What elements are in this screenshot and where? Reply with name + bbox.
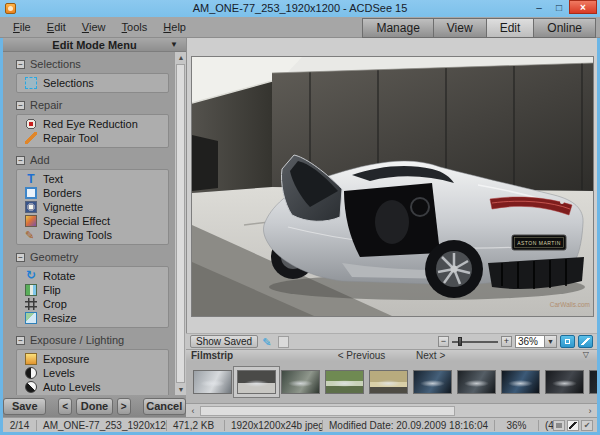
flip-icon (25, 284, 37, 296)
filmstrip-header: Filmstrip < Previous Next > ▽ (186, 349, 597, 361)
sidebar-item-exposure[interactable]: Exposure (17, 352, 168, 366)
filmstrip-thumbnail[interactable] (281, 370, 320, 394)
section-title: Add (30, 154, 50, 166)
filmstrip-thumbnail[interactable] (193, 370, 232, 394)
status-dimensions: 1920x1200x24b jpeg (225, 420, 323, 431)
zoom-controls: − + 36% ▼ (438, 335, 593, 348)
edit-pencil-icon[interactable]: ✎ (262, 336, 274, 348)
sidebar-item-label: Selections (43, 77, 94, 89)
zoom-out-button[interactable]: − (438, 336, 449, 347)
sidebar-scrollbar[interactable]: ▲ ▼ (174, 52, 186, 395)
sidebar-item-label: Flip (43, 284, 61, 296)
edit-sidebar: Edit Mode Menu ▼ Selections Selections R… (3, 38, 186, 417)
done-button[interactable]: Done (76, 398, 113, 415)
edit-mode-menu-header[interactable]: Edit Mode Menu ▼ (3, 38, 186, 52)
check-icon[interactable]: ✔ (581, 420, 593, 431)
sidebar-item-selections[interactable]: Selections (17, 76, 168, 90)
tab-online[interactable]: Online (533, 18, 596, 38)
tab-manage[interactable]: Manage (362, 18, 433, 38)
collapse-panel-icon[interactable]: ▼ (170, 40, 178, 49)
next-link[interactable]: Next > (416, 350, 445, 361)
collapse-minus-icon[interactable] (16, 101, 25, 110)
crop-icon (25, 298, 37, 310)
filmstrip-thumbnail[interactable] (457, 370, 496, 394)
sidebar-item-drawing-tools[interactable]: Drawing Tools (17, 228, 168, 242)
sidebar-item-crop[interactable]: Crop (17, 297, 168, 311)
zoom-slider-handle[interactable] (458, 337, 462, 346)
zoom-in-button[interactable]: + (501, 336, 512, 347)
pencil-icon[interactable] (567, 420, 579, 431)
filmstrip-thumbnail-selected[interactable] (237, 370, 276, 394)
sidebar-item-repair-tool[interactable]: Repair Tool (17, 131, 168, 145)
zoom-slider[interactable] (452, 336, 498, 347)
section-title: Exposure / Lighting (30, 334, 124, 346)
sidebar-item-text[interactable]: Text (17, 172, 168, 186)
filmstrip-thumbnail[interactable] (589, 370, 597, 394)
sidebar-item-label: Auto Levels (43, 381, 100, 393)
photo-svg: ASTON MARTIN CarWalls.com (192, 57, 593, 316)
section-header-geometry[interactable]: Geometry (16, 251, 170, 263)
filmstrip-dropdown-icon[interactable]: ▽ (583, 350, 589, 359)
filmstrip-scrollbar-thumb[interactable] (200, 406, 455, 416)
swatch-icon[interactable] (553, 420, 565, 431)
title-bar[interactable]: AM_ONE-77_253_1920x1200 - ACDSee 15 – □ … (0, 0, 600, 17)
collapse-minus-icon[interactable] (16, 336, 25, 345)
filmstrip-thumbnail[interactable] (545, 370, 584, 394)
tab-edit[interactable]: Edit (486, 18, 535, 38)
close-button[interactable]: × (569, 0, 597, 14)
save-button[interactable]: Save (3, 398, 46, 415)
show-saved-button[interactable]: Show Saved (190, 335, 258, 348)
actual-size-button[interactable] (578, 335, 593, 348)
sidebar-scrollbar-thumb[interactable] (176, 64, 185, 383)
filmstrip-thumbnail[interactable] (325, 370, 364, 394)
sidebar-item-vignette[interactable]: Vignette (17, 200, 168, 214)
section-header-exposure-lighting[interactable]: Exposure / Lighting (16, 334, 170, 346)
levels-icon (25, 367, 37, 379)
sidebar-item-auto-levels[interactable]: Auto Levels (17, 380, 168, 394)
tab-view[interactable]: View (433, 18, 487, 38)
sidebar-item-flip[interactable]: Flip (17, 283, 168, 297)
sidebar-item-rotate[interactable]: Rotate (17, 269, 168, 283)
filmstrip-thumbnail[interactable] (413, 370, 452, 394)
scroll-left-icon[interactable]: ‹ (187, 405, 199, 417)
filmstrip-thumbnail[interactable] (369, 370, 408, 394)
cancel-button[interactable]: Cancel (143, 398, 186, 415)
previous-image-button[interactable]: < (58, 398, 72, 415)
menu-tools[interactable]: Tools (117, 20, 153, 34)
zoom-dropdown-icon[interactable]: ▼ (545, 335, 557, 348)
collapse-minus-icon[interactable] (16, 156, 25, 165)
sidebar-item-levels[interactable]: Levels (17, 366, 168, 380)
filmstrip-scrollbar[interactable]: ‹ › (186, 403, 597, 417)
zoom-level-value[interactable]: 36% (515, 335, 545, 348)
scroll-right-icon[interactable]: › (584, 405, 596, 417)
maximize-button[interactable]: □ (549, 0, 569, 14)
collapse-minus-icon[interactable] (16, 60, 25, 69)
sidebar-item-resize[interactable]: Resize (17, 311, 168, 325)
next-image-button[interactable]: > (117, 398, 131, 415)
menu-file[interactable]: File (8, 20, 36, 34)
scroll-up-icon[interactable]: ▲ (175, 52, 186, 63)
section-header-selections[interactable]: Selections (16, 58, 170, 70)
filmstrip-thumbnail[interactable] (501, 370, 540, 394)
scroll-down-icon[interactable]: ▼ (175, 384, 186, 395)
collapse-minus-icon[interactable] (16, 253, 25, 262)
page-preview-icon[interactable] (278, 336, 289, 348)
photo-view[interactable]: ASTON MARTIN CarWalls.com (191, 56, 594, 317)
previous-link[interactable]: < Previous (338, 350, 386, 361)
status-zoom: 36% (495, 420, 539, 431)
sidebar-scroll-area: Selections Selections Repair Red Eye Red… (3, 52, 186, 395)
sidebar-item-borders[interactable]: Borders (17, 186, 168, 200)
sidebar-item-red-eye-reduction[interactable]: Red Eye Reduction (17, 117, 168, 131)
sidebar-item-special-effect[interactable]: Special Effect (17, 214, 168, 228)
menu-edit[interactable]: Edit (42, 20, 71, 34)
section-header-repair[interactable]: Repair (16, 99, 170, 111)
fit-image-button[interactable] (560, 335, 575, 348)
zoom-level-combo[interactable]: 36% ▼ (515, 335, 557, 348)
section-header-add[interactable]: Add (16, 154, 170, 166)
watermark-text: CarWalls.com (550, 301, 590, 308)
sidebar-item-label: Red Eye Reduction (43, 118, 138, 130)
minimize-button[interactable]: – (529, 0, 549, 14)
selection-marquee-icon (25, 77, 37, 89)
menu-help[interactable]: Help (158, 20, 191, 34)
menu-view[interactable]: View (77, 20, 111, 34)
